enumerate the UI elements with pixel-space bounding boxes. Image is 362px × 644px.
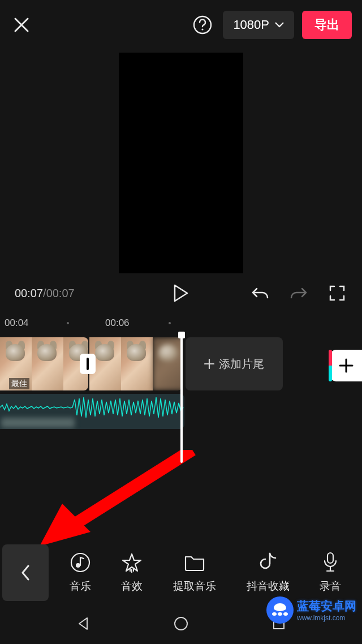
ruler-tick: 00:06	[105, 317, 130, 329]
chevron-down-icon	[275, 22, 284, 28]
svg-rect-2	[0, 394, 184, 421]
export-label: 导出	[314, 16, 339, 33]
circle-home-icon	[173, 616, 189, 632]
redo-button[interactable]	[288, 283, 309, 303]
undo-icon	[251, 285, 269, 301]
preview-canvas[interactable]	[119, 53, 243, 273]
clip-thumbnail[interactable]	[153, 337, 182, 390]
help-icon	[193, 15, 212, 35]
watermark-icon	[266, 596, 294, 624]
plus-icon	[204, 359, 214, 369]
fullscreen-icon	[329, 285, 346, 302]
fullscreen-button[interactable]	[327, 283, 347, 303]
star-icon	[122, 552, 142, 573]
tool-douyin-favorites[interactable]: 抖音收藏	[247, 552, 290, 594]
close-icon	[13, 16, 30, 33]
ruler-tick: 00:04	[5, 317, 29, 329]
microphone-icon	[322, 552, 339, 573]
tool-record[interactable]: 录音	[320, 552, 341, 594]
clip-split-handle[interactable]	[78, 337, 97, 390]
clip-thumbnail[interactable]	[32, 337, 63, 390]
tool-label: 提取音乐	[173, 579, 216, 594]
nav-home[interactable]	[170, 612, 192, 635]
ruler-dot	[169, 322, 171, 324]
svg-point-4	[76, 563, 80, 568]
tool-label: 音效	[121, 579, 143, 594]
tool-label: 录音	[320, 579, 341, 594]
help-button[interactable]	[191, 14, 214, 36]
music-note-icon	[70, 552, 90, 573]
play-button[interactable]	[170, 282, 192, 304]
playhead[interactable]	[180, 333, 183, 463]
watermark: 蓝莓安卓网 www.lmkjst.com	[266, 596, 356, 624]
svg-point-1	[202, 28, 204, 30]
annotation-arrow	[28, 450, 198, 552]
tool-label: 音乐	[70, 579, 91, 594]
resolution-selector[interactable]: 1080P	[223, 11, 294, 39]
resolution-label: 1080P	[233, 18, 269, 32]
tool-label: 抖音收藏	[247, 579, 290, 594]
toolbar-back-button[interactable]	[2, 544, 49, 601]
watermark-url: www.lmkjst.com	[297, 614, 356, 622]
time-ruler[interactable]: 00:04 00:06	[0, 314, 362, 333]
preview-area	[0, 50, 362, 276]
audio-track[interactable]	[0, 394, 184, 429]
svg-point-6	[175, 617, 187, 630]
watermark-title: 蓝莓安卓网	[297, 598, 356, 614]
timecode: 00:07/00:07	[15, 287, 75, 300]
tool-sound-effect[interactable]: 音效	[121, 552, 143, 594]
waveform	[0, 394, 184, 421]
nav-back[interactable]	[72, 612, 94, 635]
add-media-button[interactable]	[330, 350, 362, 381]
clip-thumbnail[interactable]	[121, 337, 153, 390]
redo-icon	[290, 285, 308, 301]
undo-button[interactable]	[250, 283, 270, 303]
duration: 00:07	[46, 287, 75, 299]
play-icon	[173, 284, 189, 302]
svg-rect-5	[327, 553, 333, 563]
tool-extract-music[interactable]: 提取音乐	[173, 552, 216, 594]
ruler-dot	[67, 322, 69, 324]
add-end-clip-button[interactable]: 添加片尾	[186, 337, 283, 390]
folder-icon	[184, 553, 205, 572]
clip-caption: 最佳	[9, 378, 29, 389]
douyin-icon	[258, 552, 278, 573]
chevron-left-icon	[20, 564, 31, 581]
add-end-label: 添加片尾	[219, 357, 264, 372]
triangle-back-icon	[76, 616, 90, 631]
export-button[interactable]: 导出	[302, 11, 352, 39]
timeline[interactable]: 00:04 00:06 最佳 添加片尾	[0, 310, 362, 429]
plus-icon	[339, 358, 354, 373]
tool-music[interactable]: 音乐	[70, 552, 91, 594]
close-button[interactable]	[10, 14, 33, 36]
current-time: 00:07	[15, 287, 43, 299]
audio-clip-label	[1, 418, 75, 428]
